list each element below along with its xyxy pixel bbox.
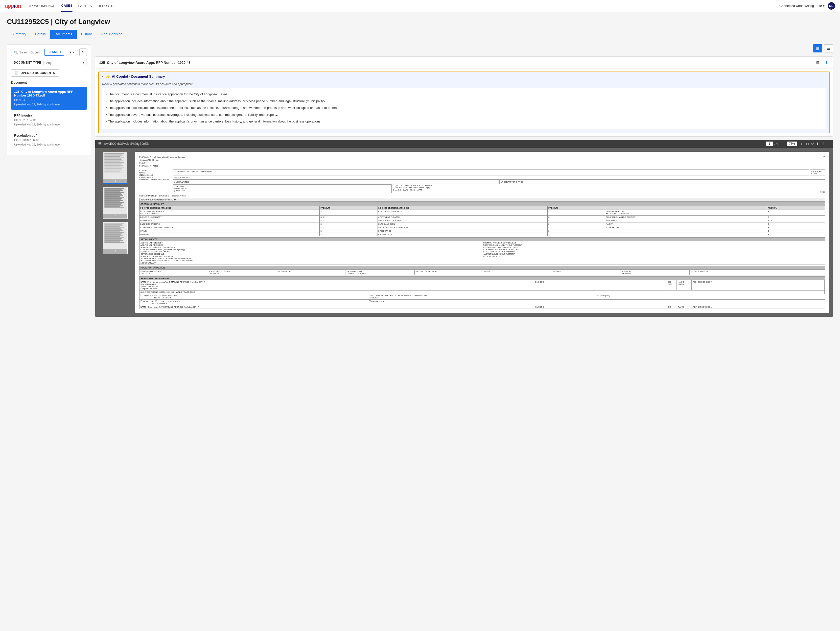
upload-documents-button[interactable]: 📄 UPLOAD DOCUMENTS <box>11 69 59 77</box>
avatar[interactable]: ML <box>827 2 835 9</box>
pdf-audit: AUDIT <box>483 270 552 275</box>
pdf-city-name: City of Longview <box>141 283 156 285</box>
pdf-company-policy: COMPANY POLICY OR PROGRAM NAME <box>173 169 809 176</box>
doc-type-value: Any <box>46 61 83 65</box>
pdf-ibr-premium: $ <box>548 226 605 229</box>
pdf-att-condo: CONDO ASSN BYLAWS (for D&O Coverage only… <box>141 248 481 251</box>
pdf-applicant-info: APPLICANT INFORMATION NAME (First Named … <box>139 277 825 309</box>
pdf-legal-struct-row: ☐ CORPORATION ☐ JOINT VENTURE NO. OF MEM… <box>139 294 825 300</box>
pdf-policy-number: POLICY NUMBER <box>173 176 825 180</box>
pdf-gd-premium: $ <box>548 219 605 222</box>
pdf-att-left: ADDITIONAL INTEREST ADDITIONAL PREMISES … <box>139 241 482 264</box>
pdf-zoom-input[interactable] <box>787 142 797 146</box>
nav-my-workbench[interactable]: MY WORKBENCH <box>28 0 55 11</box>
pdf-att-apbuild: APARTMENT BUILDING SUPPLEMENT <box>141 246 481 248</box>
search-input[interactable] <box>19 51 39 54</box>
pdf-status: STATUS OFSUBMISSION(Check One) <box>173 184 392 193</box>
pdf-naics: NAICS921190 <box>677 280 692 290</box>
doc-type-separator: | <box>43 61 44 65</box>
pdf-fein: FEIN OR SOC SEC # <box>692 280 825 290</box>
pdf-license: License # 4682 <box>172 195 186 197</box>
pdf-underwriter-office: UNDERWRITER OFFICE <box>499 180 825 184</box>
pdf-bizowner-cell: BUSINESS OWNERS <box>139 222 320 226</box>
pdf-form-address: Fort Worth, TX-Hub International Insuran… <box>139 156 185 168</box>
tab-documents[interactable]: Documents <box>50 30 77 40</box>
ai-copilot-section: ▾ ✨ AI Copilot - Document Summary Review… <box>98 71 830 133</box>
tab-details[interactable]: Details <box>31 30 50 40</box>
list-view-button[interactable]: ☰ <box>824 44 833 52</box>
pdf-page-total: / 4 <box>774 142 778 145</box>
pdf-print-icon[interactable]: 🖨 <box>821 142 824 146</box>
pdf-indicate-col: INDICATE SECTIONS ATTACHED <box>139 206 320 210</box>
pdf-attachments: ATTACHMENTS ADDITIONAL INTEREST ADDITION… <box>139 237 825 265</box>
pdf-att-contr: CONTRACTORS SUPPLEMENT <box>141 251 481 253</box>
delete-button[interactable]: 🗑 <box>815 60 821 65</box>
pdf-zoom-in-button[interactable]: + <box>800 141 804 146</box>
doc-type-filter[interactable]: DOCUMENT TYPE | Any ▾ <box>11 59 87 66</box>
pdf-municipality: ☑ Municipality <box>596 294 825 299</box>
pdf-menu-icon[interactable]: ☰ <box>98 141 102 146</box>
ai-bullet-2: The application includes information abo… <box>106 99 823 104</box>
pdf-att-statesupp: STATE SUPPLEMENT (if applicable) <box>483 251 824 253</box>
pdf-thumbnail-2[interactable]: 2 <box>103 187 128 219</box>
ai-wand-icon: ✨ <box>106 74 110 78</box>
pdf-att-resttavern: RESTAURANT / TAVERN SUPPLEMENT <box>483 246 824 248</box>
filter-button[interactable]: ▼ ▾ <box>66 49 77 56</box>
tab-history[interactable]: History <box>77 30 96 40</box>
doc-name-1: 125_City of Longview Acord Apps RFP Numb… <box>14 90 84 97</box>
tab-final-decision[interactable]: Final Decision <box>96 30 127 40</box>
ai-copilot-header[interactable]: ▾ ✨ AI Copilot - Document Summary <box>99 72 829 81</box>
app-name-dropdown[interactable]: Connected Underwriting - Life ▾ <box>779 4 825 8</box>
tab-summary[interactable]: Summary <box>7 30 31 40</box>
pdf-rotate-icon[interactable]: ↺ <box>811 142 814 146</box>
pdf-individual: ☐ INDIVIDUAL ☐ LLC, NO. OF MEMBERS AND M… <box>139 300 368 305</box>
doc-uploaded-3: Uploaded Nov 29, 2024 by admin user <box>14 142 84 147</box>
pdf-fullscreen-icon[interactable]: ⊡ <box>806 142 809 146</box>
pdf-thumb-img-2 <box>103 187 127 214</box>
pdf-spare2-premium: $ <box>767 232 825 236</box>
ai-collapse-chevron-icon: ▾ <box>102 75 104 78</box>
pdf-other-insured-row: NAME (Other Insured) AND MAILING ADDRESS… <box>139 305 825 309</box>
ai-bullet-1: The document is a commercial insurance a… <box>106 92 823 97</box>
pdf-thumb-img-3 <box>103 223 127 249</box>
download-button[interactable]: ⬇ <box>824 60 829 65</box>
document-item-3[interactable]: Resolution.pdf Other • 31342.86 KB Uploa… <box>11 131 87 150</box>
grid-view-button[interactable]: ▦ <box>813 44 822 52</box>
pdf-sic: SIC9199 <box>667 280 677 290</box>
document-item-1[interactable]: 125_City of Longview Acord Apps RFP Numb… <box>11 87 87 110</box>
pdf-zoom-out-button[interactable]: − <box>780 141 784 146</box>
pdf-indicate3-col <box>605 206 767 210</box>
pdf-code-label: CODE: CITYOFL-27 SUBCODE: License # 4682 <box>139 195 186 197</box>
appian-logo[interactable]: appian <box>5 3 21 9</box>
pdf-att-right: PREMIUM PAYMENT SUPPLEMENT PROFESSIONAL … <box>482 241 825 264</box>
pdf-page-input[interactable] <box>766 142 773 146</box>
dropdown-chevron-icon: ▾ <box>823 4 825 8</box>
nav-reports[interactable]: REPORTS <box>98 0 113 11</box>
pdf-yacht-cell: YACHT <box>605 222 767 226</box>
document-item-2[interactable]: RFP Inquiry Other • 297.34 KB Uploaded N… <box>11 111 87 130</box>
pdf-agency-customer-id: CITYOFL-27 <box>146 195 158 197</box>
pdf-thumbnail-3[interactable]: 3 <box>103 222 128 254</box>
table-row: INDICATE SECTIONS ATTACHED PREMIUM INDIC… <box>139 206 825 210</box>
pdf-corporation: ☐ CORPORATION ☐ JOINT VENTURE NO. OF MEM… <box>139 294 368 299</box>
table-row: COMMERCIAL GENERAL LIABILITY $ X INSTALL… <box>139 226 825 229</box>
pdf-workcomp-cell: X Work Comp <box>605 226 767 229</box>
pdf-thumbnail-1[interactable]: 1 <box>103 152 128 184</box>
pdf-partnership: ☐ PARTNERSHIP <box>368 300 597 305</box>
pdf-blank <box>596 300 825 305</box>
pdf-boiler-cell: BOILER & MACHINERY <box>139 215 320 219</box>
pdf-edp-premium: $ <box>548 210 605 215</box>
pdf-att-vehiclesched: VEHICLE SCHEDULE <box>483 255 824 257</box>
left-panel: 🔍 SEARCH ▼ ▾ ↻ DOCUMENT TYPE | Any ▾ <box>7 44 91 155</box>
pdf-more-icon[interactable]: ⋮ <box>826 142 830 146</box>
pdf-att-addint: ADDITIONAL INTEREST <box>141 242 481 244</box>
pdf-viewer: ☰ ww0ECQMCSVABjvPh2dgB0oEB... / 4 − + ⊡ … <box>95 139 833 317</box>
pdf-download-icon[interactable]: ⬇ <box>816 142 819 146</box>
pdf-gl-code2: GL CODE <box>534 305 667 308</box>
doc-meta-1: Other • 48.72 KB <box>14 98 84 103</box>
refresh-button[interactable]: ↻ <box>79 49 87 56</box>
search-button[interactable]: SEARCH <box>44 49 64 56</box>
nav-parties[interactable]: PARTIES <box>78 0 92 11</box>
search-input-wrap: 🔍 <box>11 49 42 56</box>
nav-cases[interactable]: CASES <box>62 0 73 12</box>
